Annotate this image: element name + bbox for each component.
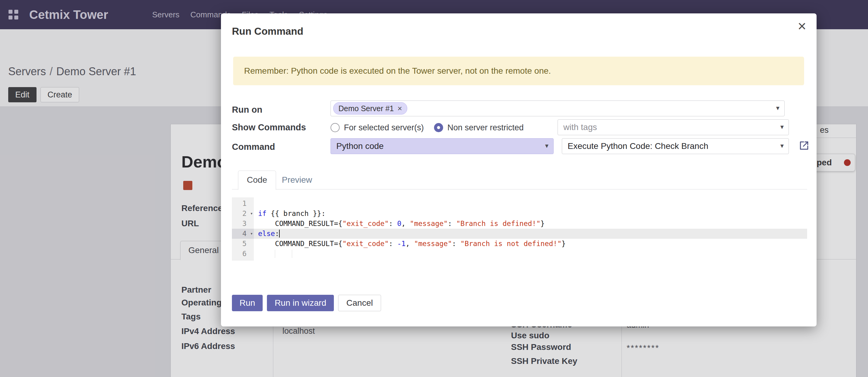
command-name-value: Execute Python Code: Check Branch bbox=[562, 141, 708, 151]
code-line-content: if {{ branch }}: bbox=[254, 209, 807, 219]
tab-preview[interactable]: Preview bbox=[273, 171, 321, 190]
modal-footer: Run Run in wizard Cancel bbox=[232, 295, 381, 311]
run-on-select[interactable]: Demo Server #1 × ▾ bbox=[331, 100, 785, 116]
modal-tabbar: Code Preview bbox=[232, 171, 807, 190]
editor-lines: 12▾if {{ branch }}:3 COMMAND_RESULT={"ex… bbox=[232, 199, 807, 259]
command-type-value: Python code bbox=[331, 141, 384, 151]
editor-line-1[interactable]: 1 bbox=[232, 199, 807, 209]
server-tag-chip: Demo Server #1 × bbox=[333, 102, 407, 115]
command-label: Command bbox=[232, 142, 275, 152]
code-line-content: else: bbox=[254, 229, 807, 239]
editor-line-4[interactable]: 4▾else: bbox=[232, 229, 807, 239]
line-number: 5 bbox=[232, 239, 254, 249]
line-number: 1 bbox=[232, 199, 254, 209]
line-number: 4▾ bbox=[232, 229, 254, 239]
run-on-label: Run on bbox=[232, 105, 262, 115]
radio-non-server-restricted-label[interactable]: Non server restricted bbox=[447, 123, 524, 133]
radio-selected-servers[interactable] bbox=[331, 123, 340, 132]
remove-tag-icon[interactable]: × bbox=[398, 105, 402, 112]
command-name-select[interactable]: Execute Python Code: Check Branch ▾ bbox=[562, 138, 789, 154]
text-cursor bbox=[279, 230, 280, 237]
chevron-down-icon: ▾ bbox=[780, 142, 784, 150]
show-commands-label: Show Commands bbox=[232, 122, 306, 133]
screen: Cetmix Tower ServersCommandsFilesToolsSe… bbox=[0, 0, 868, 377]
line-number: 2▾ bbox=[232, 209, 254, 219]
editor-line-6[interactable]: 6 bbox=[232, 249, 807, 259]
run-in-wizard-button[interactable]: Run in wizard bbox=[267, 295, 334, 311]
external-link-icon[interactable] bbox=[799, 140, 810, 151]
chevron-down-icon: ▾ bbox=[776, 104, 779, 112]
code-editor[interactable]: 12▾if {{ branch }}:3 COMMAND_RESULT={"ex… bbox=[232, 197, 807, 261]
server-tag-label: Demo Server #1 bbox=[338, 104, 394, 113]
code-line-content: COMMAND_RESULT={"exit_code": -1, "messag… bbox=[254, 239, 807, 249]
editor-line-2[interactable]: 2▾if {{ branch }}: bbox=[232, 209, 807, 219]
python-warning-alert: Remember: Python code is executed on the… bbox=[233, 57, 804, 85]
chevron-down-icon: ▾ bbox=[780, 123, 784, 131]
run-button[interactable]: Run bbox=[232, 295, 262, 311]
fold-arrow-icon[interactable]: ▾ bbox=[250, 209, 253, 219]
code-line-content bbox=[254, 199, 807, 209]
code-line-content: COMMAND_RESULT={"exit_code": 0, "message… bbox=[254, 219, 807, 229]
close-icon[interactable]: × bbox=[798, 19, 806, 33]
modal-title: Run Command bbox=[232, 26, 304, 37]
run-command-modal: Run Command × Remember: Python code is e… bbox=[221, 13, 816, 326]
cancel-button[interactable]: Cancel bbox=[338, 295, 381, 311]
code-line-content bbox=[254, 249, 807, 259]
with-tags-select[interactable]: with tags ▾ bbox=[558, 119, 789, 135]
line-number: 3 bbox=[232, 219, 254, 229]
editor-line-5[interactable]: 5 COMMAND_RESULT={"exit_code": -1, "mess… bbox=[232, 239, 807, 249]
command-type-select[interactable]: Python code ▾ bbox=[331, 138, 554, 154]
with-tags-placeholder: with tags bbox=[558, 122, 597, 132]
line-number: 6 bbox=[232, 249, 254, 259]
editor-line-3[interactable]: 3 COMMAND_RESULT={"exit_code": 0, "messa… bbox=[232, 219, 807, 229]
radio-non-server-restricted[interactable] bbox=[434, 123, 443, 132]
fold-arrow-icon[interactable]: ▾ bbox=[250, 229, 253, 239]
tab-code[interactable]: Code bbox=[238, 171, 276, 190]
chevron-down-icon: ▾ bbox=[545, 142, 549, 150]
radio-selected-servers-label[interactable]: For selected server(s) bbox=[344, 123, 424, 133]
